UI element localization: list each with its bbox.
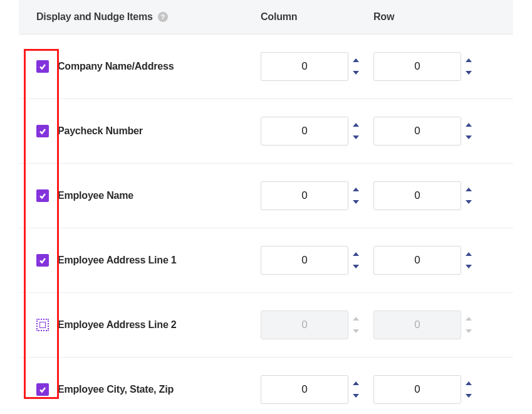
header-row-label: Row [373,11,499,23]
column-spinner-2 [352,186,360,205]
row-down-button-0[interactable] [465,70,472,76]
row-spinner-0 [465,57,472,76]
row-up-button-0[interactable] [465,57,472,63]
column-cell-1 [261,117,373,146]
checkbox-3[interactable] [36,254,49,267]
column-up-button-5[interactable] [352,380,360,386]
row-input-4 [373,310,461,339]
svg-marker-12 [353,252,359,256]
checkbox-5[interactable] [36,383,49,396]
item-label-0: Company Name/Address [58,61,174,72]
svg-marker-21 [353,394,359,398]
svg-marker-14 [466,252,472,256]
row-cell-4 [373,310,499,339]
checkbox-2[interactable] [36,189,49,202]
row-input-1[interactable] [373,117,461,146]
column-up-button-4 [352,316,360,322]
row-down-button-2[interactable] [465,199,472,205]
column-up-button-0[interactable] [352,57,360,63]
svg-marker-19 [466,329,472,333]
column-cell-2 [261,181,373,210]
table-header: Display and Nudge Items ? Column Row [19,0,513,34]
item-label-4: Employee Address Line 2 [58,319,177,331]
item-label-1: Paycheck Number [58,125,143,137]
row-input-3[interactable] [373,246,461,275]
column-input-1[interactable] [261,117,348,146]
svg-marker-4 [353,123,359,127]
row-up-button-3[interactable] [465,251,472,257]
svg-marker-23 [466,394,472,398]
svg-marker-0 [353,58,359,62]
row-down-button-5[interactable] [465,393,472,399]
column-spinner-0 [352,57,360,76]
checkbox-0[interactable] [36,60,49,73]
column-spinner-3 [352,251,360,270]
row-spinner-1 [465,122,472,141]
column-input-4 [261,310,348,339]
table-row: Company Name/Address [19,34,513,99]
table-row: Employee Address Line 1 [19,228,513,293]
table-row: Employee City, State, Zip [19,358,513,414]
checkbox-4[interactable] [36,319,49,331]
svg-marker-17 [353,329,359,333]
column-up-button-3[interactable] [352,251,360,257]
item-label-5: Employee City, State, Zip [58,384,174,395]
row-down-button-1[interactable] [465,134,472,141]
row-up-button-4 [465,316,472,322]
column-cell-3 [261,246,373,275]
column-down-button-3[interactable] [352,263,360,270]
row-up-button-5[interactable] [465,380,472,386]
column-up-button-1[interactable] [352,122,360,128]
item-cell-5: Employee City, State, Zip [36,383,261,396]
column-down-button-0[interactable] [352,70,360,76]
column-input-2[interactable] [261,181,348,210]
svg-marker-10 [466,188,472,191]
row-down-button-3[interactable] [465,263,472,270]
table-row: Paycheck Number [19,99,513,164]
column-down-button-2[interactable] [352,199,360,205]
row-cell-3 [373,246,499,275]
row-spinner-5 [465,380,472,399]
row-input-2[interactable] [373,181,461,210]
svg-marker-6 [466,123,472,127]
column-input-0[interactable] [261,52,348,81]
column-input-3[interactable] [261,246,348,275]
help-icon[interactable]: ? [158,12,168,22]
item-cell-3: Employee Address Line 1 [36,254,261,267]
column-down-button-4 [352,328,360,334]
item-label-2: Employee Name [58,190,133,201]
item-cell-1: Paycheck Number [36,125,261,137]
row-up-button-2[interactable] [465,186,472,193]
row-spinner-4 [465,316,472,334]
row-cell-0 [373,52,499,81]
row-cell-2 [373,181,499,210]
svg-marker-1 [353,71,359,75]
header-display-label: Display and Nudge Items ? [36,11,261,23]
header-column-label: Column [261,11,373,23]
row-input-0[interactable] [373,52,461,81]
item-label-3: Employee Address Line 1 [58,255,177,266]
column-spinner-1 [352,122,360,141]
column-cell-5 [261,375,373,404]
svg-marker-5 [353,135,359,139]
row-input-5[interactable] [373,375,461,404]
row-spinner-2 [465,186,472,205]
svg-marker-15 [466,265,472,268]
column-down-button-1[interactable] [352,134,360,141]
svg-marker-20 [353,381,359,385]
row-cell-5 [373,375,499,404]
column-input-5[interactable] [261,375,348,404]
item-cell-4: Employee Address Line 2 [36,319,261,331]
column-up-button-2[interactable] [352,186,360,193]
svg-marker-3 [466,71,472,75]
svg-marker-11 [466,200,472,204]
svg-marker-22 [466,381,472,385]
column-spinner-4 [352,316,360,334]
row-up-button-1[interactable] [465,122,472,128]
svg-marker-2 [466,58,472,62]
header-label-text: Display and Nudge Items [36,11,153,23]
checkbox-1[interactable] [36,125,49,137]
column-down-button-5[interactable] [352,393,360,399]
table-row: Employee Address Line 2 [19,293,513,358]
svg-marker-8 [353,188,359,191]
